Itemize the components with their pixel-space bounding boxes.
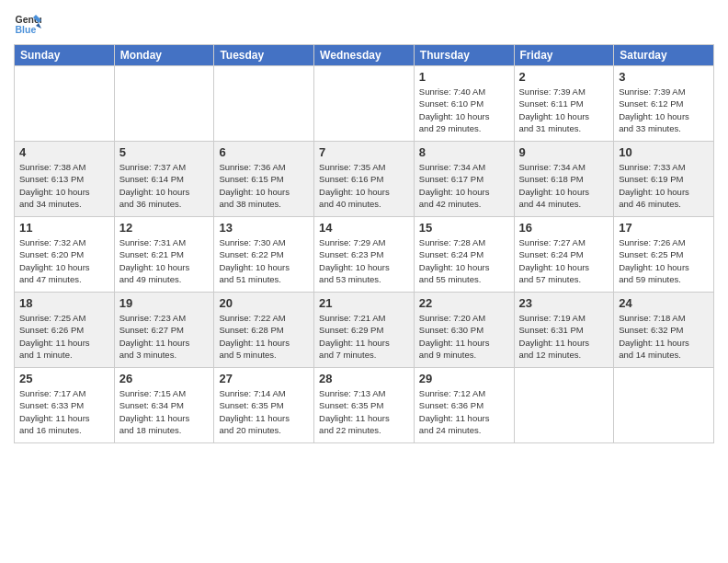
calendar-cell: 26Sunrise: 7:15 AM Sunset: 6:34 PM Dayli… xyxy=(114,368,214,443)
calendar-week-2: 4Sunrise: 7:38 AM Sunset: 6:13 PM Daylig… xyxy=(15,142,714,217)
day-number: 14 xyxy=(319,221,409,235)
day-info: Sunrise: 7:30 AM Sunset: 6:22 PM Dayligh… xyxy=(219,236,309,285)
calendar-cell xyxy=(114,66,214,142)
calendar-cell: 11Sunrise: 7:32 AM Sunset: 6:20 PM Dayli… xyxy=(15,217,115,293)
main-container: General Blue SundayMondayTuesdayWednesda… xyxy=(0,0,728,448)
day-info: Sunrise: 7:21 AM Sunset: 6:29 PM Dayligh… xyxy=(319,312,409,361)
day-number: 24 xyxy=(619,296,709,310)
day-number: 19 xyxy=(119,296,210,310)
day-info: Sunrise: 7:23 AM Sunset: 6:27 PM Dayligh… xyxy=(119,312,210,361)
calendar: SundayMondayTuesdayWednesdayThursdayFrid… xyxy=(14,44,714,443)
calendar-cell: 28Sunrise: 7:13 AM Sunset: 6:35 PM Dayli… xyxy=(314,368,415,443)
calendar-cell: 18Sunrise: 7:25 AM Sunset: 6:26 PM Dayli… xyxy=(15,293,115,368)
day-number: 5 xyxy=(119,145,210,159)
logo: General Blue xyxy=(14,9,45,37)
calendar-week-4: 18Sunrise: 7:25 AM Sunset: 6:26 PM Dayli… xyxy=(15,293,714,368)
calendar-cell: 2Sunrise: 7:39 AM Sunset: 6:11 PM Daylig… xyxy=(514,66,614,142)
calendar-week-1: 1Sunrise: 7:40 AM Sunset: 6:10 PM Daylig… xyxy=(15,66,714,142)
calendar-header: SundayMondayTuesdayWednesdayThursdayFrid… xyxy=(15,45,714,66)
day-info: Sunrise: 7:36 AM Sunset: 6:15 PM Dayligh… xyxy=(219,161,309,210)
day-number: 17 xyxy=(619,221,709,235)
day-number: 7 xyxy=(319,145,409,159)
calendar-cell: 27Sunrise: 7:14 AM Sunset: 6:35 PM Dayli… xyxy=(214,368,314,443)
day-info: Sunrise: 7:17 AM Sunset: 6:33 PM Dayligh… xyxy=(19,387,109,436)
day-number: 1 xyxy=(419,70,509,84)
day-info: Sunrise: 7:25 AM Sunset: 6:26 PM Dayligh… xyxy=(19,312,109,361)
day-header-thursday: Thursday xyxy=(414,45,514,66)
calendar-cell: 4Sunrise: 7:38 AM Sunset: 6:13 PM Daylig… xyxy=(15,142,115,217)
calendar-cell: 5Sunrise: 7:37 AM Sunset: 6:14 PM Daylig… xyxy=(114,142,214,217)
day-info: Sunrise: 7:12 AM Sunset: 6:36 PM Dayligh… xyxy=(419,387,509,436)
calendar-cell xyxy=(15,66,115,142)
day-header-monday: Monday xyxy=(114,45,214,66)
day-info: Sunrise: 7:19 AM Sunset: 6:31 PM Dayligh… xyxy=(519,312,609,361)
calendar-week-5: 25Sunrise: 7:17 AM Sunset: 6:33 PM Dayli… xyxy=(15,368,714,443)
logo-icon: General Blue xyxy=(14,9,41,37)
day-info: Sunrise: 7:29 AM Sunset: 6:23 PM Dayligh… xyxy=(319,236,409,285)
day-info: Sunrise: 7:34 AM Sunset: 6:17 PM Dayligh… xyxy=(419,161,509,210)
calendar-body: 1Sunrise: 7:40 AM Sunset: 6:10 PM Daylig… xyxy=(15,66,714,443)
day-number: 28 xyxy=(319,372,409,385)
day-info: Sunrise: 7:20 AM Sunset: 6:30 PM Dayligh… xyxy=(419,312,509,361)
calendar-cell: 8Sunrise: 7:34 AM Sunset: 6:17 PM Daylig… xyxy=(414,142,514,217)
calendar-cell: 16Sunrise: 7:27 AM Sunset: 6:24 PM Dayli… xyxy=(514,217,614,293)
day-number: 6 xyxy=(219,145,309,159)
day-info: Sunrise: 7:32 AM Sunset: 6:20 PM Dayligh… xyxy=(19,236,109,285)
day-header-friday: Friday xyxy=(514,45,614,66)
day-info: Sunrise: 7:27 AM Sunset: 6:24 PM Dayligh… xyxy=(519,236,609,285)
calendar-cell: 15Sunrise: 7:28 AM Sunset: 6:24 PM Dayli… xyxy=(414,217,514,293)
calendar-cell: 1Sunrise: 7:40 AM Sunset: 6:10 PM Daylig… xyxy=(414,66,514,142)
day-info: Sunrise: 7:37 AM Sunset: 6:14 PM Dayligh… xyxy=(119,161,210,210)
day-info: Sunrise: 7:31 AM Sunset: 6:21 PM Dayligh… xyxy=(119,236,210,285)
day-number: 20 xyxy=(219,296,309,310)
calendar-cell: 12Sunrise: 7:31 AM Sunset: 6:21 PM Dayli… xyxy=(114,217,214,293)
day-number: 26 xyxy=(119,372,210,385)
day-number: 27 xyxy=(219,372,309,385)
day-number: 12 xyxy=(119,221,210,235)
svg-text:Blue: Blue xyxy=(16,24,37,35)
calendar-cell: 24Sunrise: 7:18 AM Sunset: 6:32 PM Dayli… xyxy=(614,293,714,368)
day-number: 9 xyxy=(519,145,609,159)
calendar-cell: 10Sunrise: 7:33 AM Sunset: 6:19 PM Dayli… xyxy=(614,142,714,217)
day-number: 3 xyxy=(619,70,709,84)
day-number: 16 xyxy=(519,221,609,235)
calendar-cell: 3Sunrise: 7:39 AM Sunset: 6:12 PM Daylig… xyxy=(614,66,714,142)
day-info: Sunrise: 7:33 AM Sunset: 6:19 PM Dayligh… xyxy=(619,161,709,210)
calendar-cell: 6Sunrise: 7:36 AM Sunset: 6:15 PM Daylig… xyxy=(214,142,314,217)
day-number: 22 xyxy=(419,296,509,310)
day-number: 25 xyxy=(19,372,109,385)
day-header-sunday: Sunday xyxy=(15,45,115,66)
day-header-saturday: Saturday xyxy=(614,45,714,66)
day-info: Sunrise: 7:26 AM Sunset: 6:25 PM Dayligh… xyxy=(619,236,709,285)
day-number: 11 xyxy=(19,221,109,235)
header-row: General Blue xyxy=(14,9,714,37)
day-number: 15 xyxy=(419,221,509,235)
calendar-cell xyxy=(214,66,314,142)
day-number: 10 xyxy=(619,145,709,159)
calendar-cell: 19Sunrise: 7:23 AM Sunset: 6:27 PM Dayli… xyxy=(114,293,214,368)
calendar-cell: 9Sunrise: 7:34 AM Sunset: 6:18 PM Daylig… xyxy=(514,142,614,217)
day-number: 4 xyxy=(19,145,109,159)
day-info: Sunrise: 7:34 AM Sunset: 6:18 PM Dayligh… xyxy=(519,161,609,210)
day-info: Sunrise: 7:39 AM Sunset: 6:11 PM Dayligh… xyxy=(519,86,609,134)
day-number: 23 xyxy=(519,296,609,310)
calendar-cell xyxy=(614,368,714,443)
day-info: Sunrise: 7:38 AM Sunset: 6:13 PM Dayligh… xyxy=(19,161,109,210)
day-info: Sunrise: 7:28 AM Sunset: 6:24 PM Dayligh… xyxy=(419,236,509,285)
day-info: Sunrise: 7:22 AM Sunset: 6:28 PM Dayligh… xyxy=(219,312,309,361)
calendar-cell: 14Sunrise: 7:29 AM Sunset: 6:23 PM Dayli… xyxy=(314,217,415,293)
day-header-tuesday: Tuesday xyxy=(214,45,314,66)
calendar-cell: 21Sunrise: 7:21 AM Sunset: 6:29 PM Dayli… xyxy=(314,293,415,368)
calendar-cell: 29Sunrise: 7:12 AM Sunset: 6:36 PM Dayli… xyxy=(414,368,514,443)
calendar-cell xyxy=(314,66,415,142)
calendar-cell: 20Sunrise: 7:22 AM Sunset: 6:28 PM Dayli… xyxy=(214,293,314,368)
day-info: Sunrise: 7:40 AM Sunset: 6:10 PM Dayligh… xyxy=(419,86,509,134)
day-number: 8 xyxy=(419,145,509,159)
calendar-week-3: 11Sunrise: 7:32 AM Sunset: 6:20 PM Dayli… xyxy=(15,217,714,293)
calendar-cell: 23Sunrise: 7:19 AM Sunset: 6:31 PM Dayli… xyxy=(514,293,614,368)
day-number: 2 xyxy=(519,70,609,84)
day-info: Sunrise: 7:35 AM Sunset: 6:16 PM Dayligh… xyxy=(319,161,409,210)
calendar-cell: 13Sunrise: 7:30 AM Sunset: 6:22 PM Dayli… xyxy=(214,217,314,293)
day-info: Sunrise: 7:13 AM Sunset: 6:35 PM Dayligh… xyxy=(319,387,409,436)
day-number: 21 xyxy=(319,296,409,310)
